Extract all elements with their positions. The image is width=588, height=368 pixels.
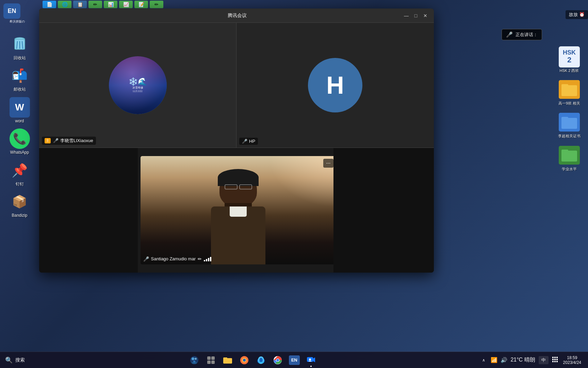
title-bar: 腾讯会议 — □ ✕ [39,9,434,23]
top-app-3[interactable]: 📋 [73,1,87,8]
volume-icon[interactable]: 🔊 [500,356,508,364]
clock-widget: 故放 ⏰ [566,10,588,19]
mic-active-icon: 🎤 [506,31,513,38]
input-method-indicator[interactable]: EN 希沃拼版の [3,3,31,31]
recycle-bin-icon[interactable]: 回收站 [4,32,35,62]
right-desktop-icons: HSK 2 HSK 2 西班 高一9班 相关 [551,44,588,173]
top-app-4[interactable]: ✏ [88,1,102,8]
svg-rect-17 [211,356,215,360]
svg-point-15 [192,362,197,364]
hp-label: 🎤 HP [239,138,258,145]
maximize-button[interactable]: □ [412,12,419,19]
search-icon: 🔍 [5,356,13,364]
taskbar-taskview[interactable] [203,353,218,368]
svg-rect-16 [207,356,211,360]
svg-rect-42 [552,361,554,362]
svg-marker-33 [313,357,315,362]
taskbar-file-explorer[interactable] [220,353,235,368]
window-controls: — □ ✕ [403,12,429,19]
participant-santiago: ··· 🎤 Santiago Zamudio mar ✏ [39,148,434,273]
taskbar: 🔍 搜索 [0,352,588,368]
svg-point-31 [276,359,279,362]
taskbar-clock[interactable]: 18:59 2023/4/24 [561,355,583,365]
system-tray: 📶 🔊 21°C 晴朗 [490,356,536,364]
minimize-button[interactable]: — [403,12,410,19]
mail-icon[interactable]: 📬 邮收站 [4,64,35,93]
svg-rect-43 [554,361,556,362]
dingtalk-icon[interactable]: 📌 钉钉 [4,158,35,188]
taskbar-firefox[interactable] [237,353,252,368]
speaker-indicator: 🎤 正在讲话： [502,29,542,40]
keyboard-layout-icon[interactable] [551,356,559,365]
tencent-meeting-window: 腾讯会议 — □ ✕ ❄️🌊 冰雪奇缘 11 [39,9,434,273]
li-folder-icon[interactable]: 李超相关证书 [553,110,586,140]
top-app-5[interactable]: 📊 [104,1,117,8]
svg-rect-21 [223,357,227,359]
svg-point-27 [259,358,263,363]
taskbar-start-button[interactable] [187,353,202,368]
close-button[interactable]: ✕ [422,12,429,19]
host-badge: 主 [45,138,51,143]
svg-point-24 [243,359,246,362]
taskbar-chrome[interactable] [270,353,285,368]
svg-rect-6 [561,84,568,87]
svg-rect-10 [561,150,568,152]
signal-bars [204,257,211,261]
svg-point-12 [192,357,194,360]
three-dots-menu[interactable]: ··· [323,159,333,168]
participant-hp: H 🎤 HP [236,23,434,148]
input-method-taskbar[interactable]: 中 [539,356,549,364]
svg-rect-8 [561,117,568,120]
svg-point-34 [309,358,311,361]
svg-rect-37 [554,357,556,358]
top-apps-bar: 📄 🌐 📋 ✏ 📊 📈 📝 ✏ [39,0,551,9]
taskbar-edge[interactable] [254,353,268,368]
weather-icon: 21°C 晴朗 [510,356,536,364]
window-title: 腾讯会议 [71,13,403,19]
svg-rect-39 [552,359,554,360]
class-folder-icon[interactable]: 高一9班 相关 [553,77,586,107]
hsk2-icon[interactable]: HSK 2 HSK 2 西班 [553,44,586,74]
network-icon[interactable]: 📶 [490,356,498,364]
lixiaoxue-label: 主 🎤 李晓雪LIXiaoxue [42,137,96,145]
hp-avatar: H [308,58,362,112]
taskbar-input-en[interactable]: EN [287,353,302,368]
taskbar-tencent-meeting[interactable] [304,353,318,368]
svg-rect-35 [309,361,311,362]
svg-rect-28 [259,362,264,363]
word-icon[interactable]: W word [4,95,35,125]
svg-point-13 [195,358,197,360]
top-app-1[interactable]: 📄 [43,1,56,8]
desktop: 📄 🌐 📋 ✏ 📊 📈 📝 ✏ EN 希沃拼版の 故放 ⏰ [0,0,588,368]
search-area[interactable]: 🔍 搜索 [0,356,30,364]
svg-rect-44 [556,361,558,362]
bandizip-icon[interactable]: 📦 Bandizip [4,190,35,219]
top-app-6[interactable]: 📈 [119,1,133,8]
participant-lixiaoxue: ❄️🌊 冰雪奇缘 11月22日 主 🎤 李晓雪LIXiaoxue [39,23,236,148]
tray-overflow[interactable]: ∧ [480,357,487,364]
top-app-8[interactable]: ✏ [150,1,163,8]
top-app-2[interactable]: 🌐 [58,1,71,8]
study-folder-icon[interactable]: 学业水平 [553,143,586,173]
svg-rect-38 [556,357,558,358]
taskbar-apps: EN [30,353,475,368]
svg-rect-19 [211,361,215,364]
svg-rect-36 [552,357,554,358]
top-app-7[interactable]: 📝 [134,1,148,8]
left-desktop-icons: 回收站 📬 邮收站 W word 📞 WhatsApp 📌 [0,0,39,368]
santiago-label: 🎤 Santiago Zamudio mar ✏ [143,256,212,262]
svg-rect-18 [207,361,211,364]
whatsapp-icon[interactable]: 📞 WhatsApp [4,127,35,156]
video-grid: ❄️🌊 冰雪奇缘 11月22日 主 🎤 李晓雪LIXiaoxue H [39,23,434,273]
svg-rect-41 [556,359,558,360]
taskbar-right: ∧ 📶 🔊 21°C 晴朗 中 [475,355,588,365]
svg-rect-40 [554,359,556,360]
